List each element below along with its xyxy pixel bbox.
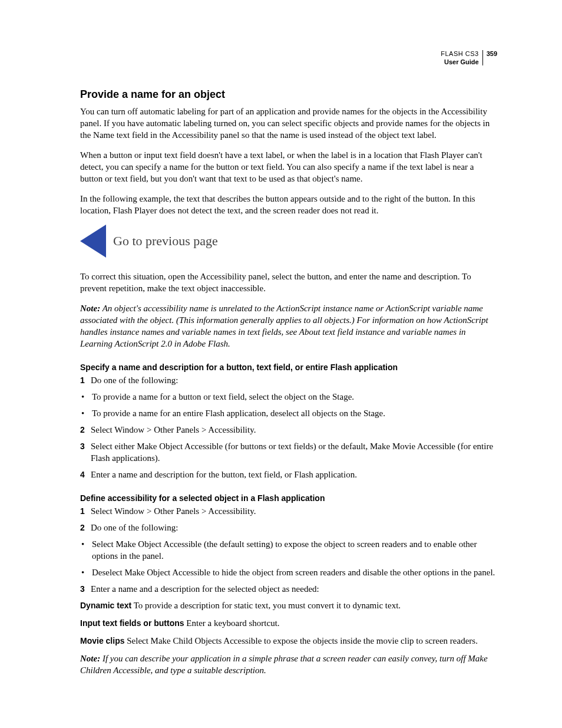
note: Note: An object's accessibility name is … xyxy=(80,302,497,350)
step-number: 1 xyxy=(80,374,91,386)
step-text: Do one of the following: xyxy=(91,374,497,386)
step: 1 Select Window > Other Panels > Accessi… xyxy=(80,505,497,517)
svg-marker-0 xyxy=(80,225,106,258)
step: 3 Select either Make Object Accessible (… xyxy=(80,440,497,464)
subheading: Specify a name and description for a but… xyxy=(80,363,497,372)
definition: Input text fields or buttons Enter a key… xyxy=(80,617,497,629)
bullet-text: Deselect Make Object Accessible to hide … xyxy=(92,566,497,578)
definition-term: Dynamic text xyxy=(80,601,131,610)
step: 3 Enter a name and a description for the… xyxy=(80,583,497,595)
page-header: FLASH CS3 User Guide 359 xyxy=(441,50,497,66)
step-text: Enter a name and a description for the s… xyxy=(91,583,497,595)
left-arrow-icon xyxy=(80,225,106,258)
note: Note: If you can describe your applicati… xyxy=(80,653,497,676)
illustration: Go to previous page xyxy=(80,225,497,258)
page-content: Provide a name for an object You can tur… xyxy=(80,88,497,676)
step-text: Do one of the following: xyxy=(91,522,497,533)
step-text: Select either Make Object Accessible (fo… xyxy=(91,440,497,464)
header-product: FLASH CS3 xyxy=(441,50,478,58)
definition-text: Enter a keyboard shortcut. xyxy=(184,618,280,628)
paragraph: In the following example, the text that … xyxy=(80,193,497,216)
header-page-number: 359 xyxy=(483,50,497,58)
step: 2 Select Window > Other Panels > Accessi… xyxy=(80,424,497,436)
bullet-mark: • xyxy=(80,407,92,419)
step-number: 3 xyxy=(80,583,91,595)
bullet-mark: • xyxy=(80,566,92,578)
header-guide: User Guide xyxy=(441,58,478,66)
paragraph: To correct this situation, open the Acce… xyxy=(80,271,497,294)
note-text: An object's accessibility name is unrela… xyxy=(80,304,488,348)
note-label: Note: xyxy=(80,654,100,663)
step-text: Select Window > Other Panels > Accessibi… xyxy=(91,424,497,436)
step-number: 1 xyxy=(80,505,91,517)
page: FLASH CS3 User Guide 359 Provide a name … xyxy=(0,0,562,728)
bullet-text: To provide a name for a button or text f… xyxy=(92,391,497,403)
definition-text: Select Make Child Objects Accessible to … xyxy=(124,636,477,645)
definition: Dynamic text To provide a description fo… xyxy=(80,599,497,611)
step-text: Enter a name and description for the but… xyxy=(91,469,497,480)
bullet-text: Select Make Object Accessible (the defau… xyxy=(92,538,497,562)
step: 2 Do one of the following: xyxy=(80,522,497,533)
step-number: 4 xyxy=(80,469,91,480)
bullet-text: To provide a name for an entire Flash ap… xyxy=(92,407,497,419)
definition-term: Movie clips xyxy=(80,636,124,645)
illustration-caption: Go to previous page xyxy=(113,233,218,249)
definition-text: To provide a description for static text… xyxy=(131,601,401,610)
definition-term: Input text fields or buttons xyxy=(80,618,184,628)
step: 4 Enter a name and description for the b… xyxy=(80,469,497,480)
bullet: • To provide a name for an entire Flash … xyxy=(80,407,497,419)
step-text: Select Window > Other Panels > Accessibi… xyxy=(91,505,497,517)
note-label: Note: xyxy=(80,304,100,313)
step: 1 Do one of the following: xyxy=(80,374,497,386)
step-number: 3 xyxy=(80,440,91,464)
note-text: If you can describe your application in … xyxy=(80,654,488,675)
subheading: Define accessibility for a selected obje… xyxy=(80,493,497,503)
definition: Movie clips Select Make Child Objects Ac… xyxy=(80,635,497,647)
bullet-mark: • xyxy=(80,391,92,403)
paragraph: You can turn off automatic labeling for … xyxy=(80,106,497,141)
section-title: Provide a name for an object xyxy=(80,88,497,101)
bullet: • To provide a name for a button or text… xyxy=(80,391,497,403)
bullet-mark: • xyxy=(80,538,92,562)
step-number: 2 xyxy=(80,424,91,436)
step-number: 2 xyxy=(80,522,91,533)
paragraph: When a button or input text field doesn'… xyxy=(80,149,497,185)
bullet: • Deselect Make Object Accessible to hid… xyxy=(80,566,497,578)
bullet: • Select Make Object Accessible (the def… xyxy=(80,538,497,562)
